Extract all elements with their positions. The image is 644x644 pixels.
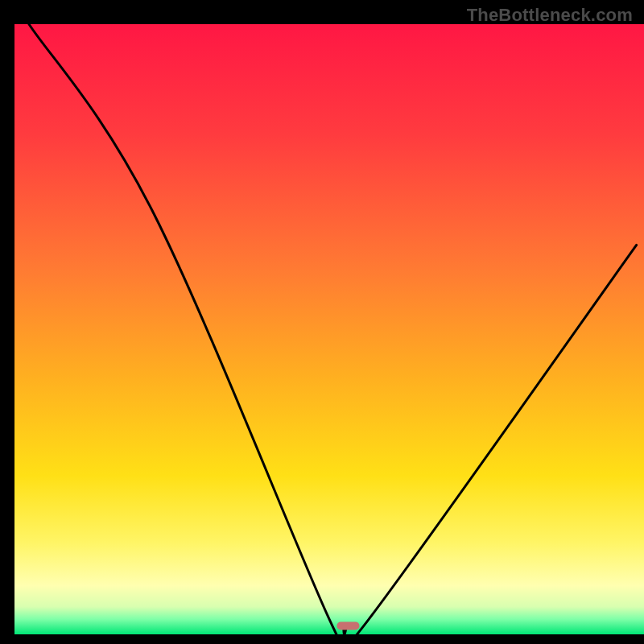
chart-container: TheBottleneck.com <box>0 0 644 644</box>
watermark-text: TheBottleneck.com <box>467 5 633 26</box>
optimal-marker <box>336 621 359 630</box>
bottleneck-chart <box>0 0 644 644</box>
gradient-background <box>14 24 644 634</box>
